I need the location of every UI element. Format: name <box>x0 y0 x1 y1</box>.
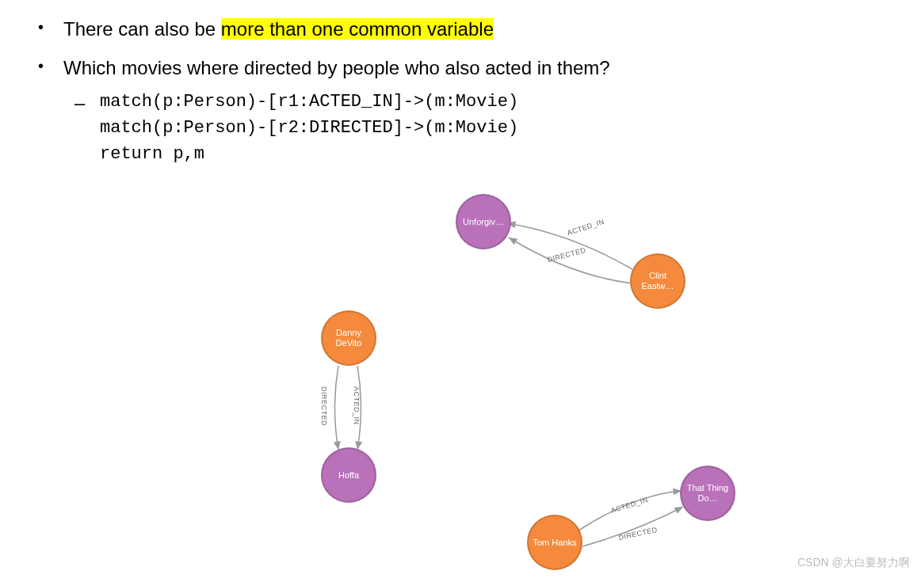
bullet-2-text: Which movies where directed by people wh… <box>63 57 610 78</box>
bullet-2: Which movies where directed by people wh… <box>32 55 892 167</box>
edge-label-directed-1: DIRECTED <box>547 246 587 264</box>
code-sublist: match(p:Person)-[r1:ACTED_IN]->(m:Movie)… <box>63 89 892 167</box>
code-block: match(p:Person)-[r1:ACTED_IN]->(m:Movie)… <box>63 89 892 167</box>
node-danny-devito: Danny DeVito <box>321 310 376 366</box>
edge-label-directed-2: DIRECTED <box>320 386 328 426</box>
node-clint-eastwood: Clint Eastw… <box>630 253 685 309</box>
node-unforgiven: Unforgiv… <box>456 194 511 249</box>
edge-label-acted-in-3: ACTED_IN <box>610 496 649 515</box>
bullet-1-highlight: more than one common variable <box>221 18 494 40</box>
code-line-3: return p,m <box>100 144 204 164</box>
bullet-1-pre: There can also be <box>63 18 221 40</box>
node-hoffa: Hoffa <box>321 447 376 503</box>
code-line-2: match(p:Person)-[r2:DIRECTED]->(m:Movie) <box>100 118 518 138</box>
code-line-1: match(p:Person)-[r1:ACTED_IN]->(m:Movie) <box>100 92 518 112</box>
edge-label-directed-3: DIRECTED <box>618 526 659 542</box>
edge-label-acted-in-1: ACTED_IN <box>567 218 605 238</box>
node-tom-hanks: Tom Hanks <box>527 515 582 570</box>
node-that-thing: That Thing Do… <box>680 466 735 521</box>
bullet-list: There can also be more than one common v… <box>32 16 892 167</box>
edge-label-acted-in-2: ACTED_IN <box>353 386 361 425</box>
bullet-1: There can also be more than one common v… <box>32 16 892 44</box>
watermark: CSDN @大白要努力啊 <box>797 556 910 570</box>
